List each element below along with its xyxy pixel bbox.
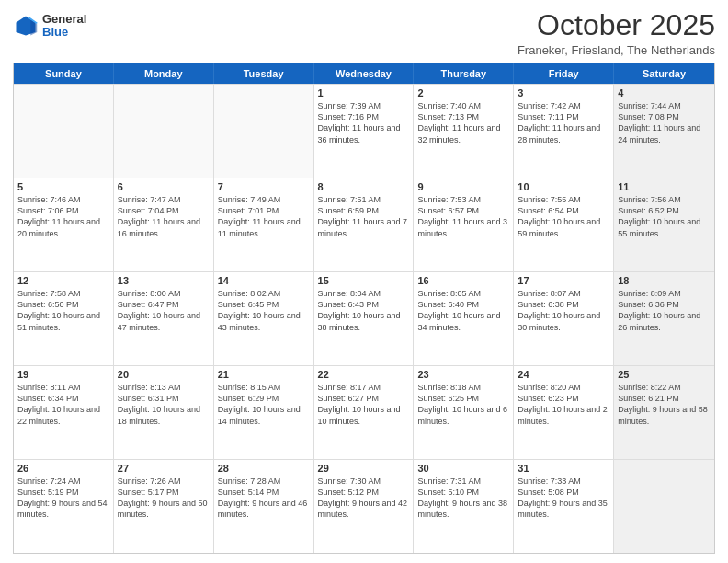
cell-info: Sunrise: 8:22 AM Sunset: 6:21 PM Dayligh… xyxy=(618,382,711,427)
cell-info: Sunrise: 8:11 AM Sunset: 6:34 PM Dayligh… xyxy=(17,382,109,427)
day-number: 7 xyxy=(218,181,310,192)
day-number: 19 xyxy=(17,369,109,380)
title-block: October 2025 Franeker, Friesland, The Ne… xyxy=(518,9,715,57)
calendar-cell-18: 18Sunrise: 8:09 AM Sunset: 6:36 PM Dayli… xyxy=(614,272,714,365)
calendar-cell-empty-4-6 xyxy=(614,460,714,553)
cell-info: Sunrise: 7:39 AM Sunset: 7:16 PM Dayligh… xyxy=(318,100,410,145)
calendar-cell-28: 28Sunrise: 7:28 AM Sunset: 5:14 PM Dayli… xyxy=(214,460,314,553)
header-day-monday: Monday xyxy=(114,63,214,84)
day-number: 8 xyxy=(318,181,410,192)
cell-info: Sunrise: 7:26 AM Sunset: 5:17 PM Dayligh… xyxy=(118,476,210,521)
calendar-cell-12: 12Sunrise: 7:58 AM Sunset: 6:50 PM Dayli… xyxy=(14,272,114,365)
cell-info: Sunrise: 7:30 AM Sunset: 5:12 PM Dayligh… xyxy=(318,476,410,521)
calendar-cell-16: 16Sunrise: 8:05 AM Sunset: 6:40 PM Dayli… xyxy=(414,272,514,365)
day-number: 22 xyxy=(318,369,410,380)
day-number: 20 xyxy=(118,369,210,380)
cell-info: Sunrise: 7:47 AM Sunset: 7:04 PM Dayligh… xyxy=(118,194,210,239)
day-number: 1 xyxy=(318,87,410,98)
calendar-row-0: 1Sunrise: 7:39 AM Sunset: 7:16 PM Daylig… xyxy=(14,84,714,178)
day-number: 15 xyxy=(318,275,410,286)
cell-info: Sunrise: 7:24 AM Sunset: 5:19 PM Dayligh… xyxy=(17,476,109,521)
cell-info: Sunrise: 7:44 AM Sunset: 7:08 PM Dayligh… xyxy=(618,100,711,145)
cell-info: Sunrise: 8:13 AM Sunset: 6:31 PM Dayligh… xyxy=(118,382,210,427)
header-day-thursday: Thursday xyxy=(414,63,514,84)
calendar-cell-8: 8Sunrise: 7:51 AM Sunset: 6:59 PM Daylig… xyxy=(314,178,415,271)
cell-info: Sunrise: 7:40 AM Sunset: 7:13 PM Dayligh… xyxy=(417,100,509,145)
cell-info: Sunrise: 8:05 AM Sunset: 6:40 PM Dayligh… xyxy=(417,288,509,333)
calendar-cell-9: 9Sunrise: 7:53 AM Sunset: 6:57 PM Daylig… xyxy=(414,178,514,271)
day-number: 17 xyxy=(518,275,609,286)
day-number: 13 xyxy=(118,275,210,286)
cell-info: Sunrise: 7:42 AM Sunset: 7:11 PM Dayligh… xyxy=(518,100,609,145)
calendar-cell-13: 13Sunrise: 8:00 AM Sunset: 6:47 PM Dayli… xyxy=(114,272,214,365)
calendar-cell-6: 6Sunrise: 7:47 AM Sunset: 7:04 PM Daylig… xyxy=(114,178,214,271)
calendar-row-1: 5Sunrise: 7:46 AM Sunset: 7:06 PM Daylig… xyxy=(14,178,714,271)
cell-info: Sunrise: 7:28 AM Sunset: 5:14 PM Dayligh… xyxy=(218,476,310,521)
cell-info: Sunrise: 8:20 AM Sunset: 6:23 PM Dayligh… xyxy=(518,382,609,427)
cell-info: Sunrise: 8:09 AM Sunset: 6:36 PM Dayligh… xyxy=(618,288,711,333)
calendar-cell-29: 29Sunrise: 7:30 AM Sunset: 5:12 PM Dayli… xyxy=(314,460,415,553)
day-number: 5 xyxy=(17,181,109,192)
day-number: 27 xyxy=(118,463,210,474)
cell-info: Sunrise: 8:02 AM Sunset: 6:45 PM Dayligh… xyxy=(218,288,310,333)
day-number: 14 xyxy=(218,275,310,286)
day-number: 25 xyxy=(618,369,711,380)
calendar-cell-30: 30Sunrise: 7:31 AM Sunset: 5:10 PM Dayli… xyxy=(414,460,514,553)
header-day-sunday: Sunday xyxy=(14,63,114,84)
cell-info: Sunrise: 8:17 AM Sunset: 6:27 PM Dayligh… xyxy=(318,382,410,427)
calendar-cell-25: 25Sunrise: 8:22 AM Sunset: 6:21 PM Dayli… xyxy=(614,366,714,459)
calendar-cell-21: 21Sunrise: 8:15 AM Sunset: 6:29 PM Dayli… xyxy=(214,366,314,459)
cell-info: Sunrise: 7:46 AM Sunset: 7:06 PM Dayligh… xyxy=(17,194,109,239)
day-number: 31 xyxy=(518,463,609,474)
calendar-cell-31: 31Sunrise: 7:33 AM Sunset: 5:08 PM Dayli… xyxy=(514,460,614,553)
calendar-body: 1Sunrise: 7:39 AM Sunset: 7:16 PM Daylig… xyxy=(14,84,714,553)
logo: General Blue xyxy=(13,13,86,40)
day-number: 12 xyxy=(17,275,109,286)
month-title: October 2025 xyxy=(518,9,715,41)
cell-info: Sunrise: 8:18 AM Sunset: 6:25 PM Dayligh… xyxy=(417,382,509,427)
calendar-cell-4: 4Sunrise: 7:44 AM Sunset: 7:08 PM Daylig… xyxy=(614,85,714,178)
calendar-cell-19: 19Sunrise: 8:11 AM Sunset: 6:34 PM Dayli… xyxy=(14,366,114,459)
calendar-cell-5: 5Sunrise: 7:46 AM Sunset: 7:06 PM Daylig… xyxy=(14,178,114,271)
logo-icon xyxy=(13,13,39,39)
calendar-cell-1: 1Sunrise: 7:39 AM Sunset: 7:16 PM Daylig… xyxy=(314,85,415,178)
day-number: 3 xyxy=(518,87,609,98)
cell-info: Sunrise: 7:58 AM Sunset: 6:50 PM Dayligh… xyxy=(17,288,109,333)
day-number: 29 xyxy=(318,463,410,474)
day-number: 28 xyxy=(218,463,310,474)
calendar-row-3: 19Sunrise: 8:11 AM Sunset: 6:34 PM Dayli… xyxy=(14,365,714,459)
calendar-cell-empty-0-1 xyxy=(114,85,214,178)
cell-info: Sunrise: 8:04 AM Sunset: 6:43 PM Dayligh… xyxy=(318,288,410,333)
calendar-cell-20: 20Sunrise: 8:13 AM Sunset: 6:31 PM Dayli… xyxy=(114,366,214,459)
calendar: SundayMondayTuesdayWednesdayThursdayFrid… xyxy=(13,63,715,554)
cell-info: Sunrise: 8:15 AM Sunset: 6:29 PM Dayligh… xyxy=(218,382,310,427)
calendar-cell-7: 7Sunrise: 7:49 AM Sunset: 7:01 PM Daylig… xyxy=(214,178,314,271)
header-day-wednesday: Wednesday xyxy=(314,63,415,84)
header-day-saturday: Saturday xyxy=(614,63,714,84)
day-number: 2 xyxy=(417,87,509,98)
calendar-cell-24: 24Sunrise: 8:20 AM Sunset: 6:23 PM Dayli… xyxy=(514,366,614,459)
calendar-cell-17: 17Sunrise: 8:07 AM Sunset: 6:38 PM Dayli… xyxy=(514,272,614,365)
day-number: 21 xyxy=(218,369,310,380)
logo-blue-text: Blue xyxy=(42,26,86,39)
calendar-cell-22: 22Sunrise: 8:17 AM Sunset: 6:27 PM Dayli… xyxy=(314,366,415,459)
calendar-cell-3: 3Sunrise: 7:42 AM Sunset: 7:11 PM Daylig… xyxy=(514,85,614,178)
cell-info: Sunrise: 8:07 AM Sunset: 6:38 PM Dayligh… xyxy=(518,288,609,333)
calendar-cell-11: 11Sunrise: 7:56 AM Sunset: 6:52 PM Dayli… xyxy=(614,178,714,271)
day-number: 16 xyxy=(417,275,509,286)
calendar-cell-27: 27Sunrise: 7:26 AM Sunset: 5:17 PM Dayli… xyxy=(114,460,214,553)
cell-info: Sunrise: 7:55 AM Sunset: 6:54 PM Dayligh… xyxy=(518,194,609,239)
calendar-cell-empty-0-0 xyxy=(14,85,114,178)
calendar-cell-26: 26Sunrise: 7:24 AM Sunset: 5:19 PM Dayli… xyxy=(14,460,114,553)
cell-info: Sunrise: 7:33 AM Sunset: 5:08 PM Dayligh… xyxy=(518,476,609,521)
cell-info: Sunrise: 7:49 AM Sunset: 7:01 PM Dayligh… xyxy=(218,194,310,239)
logo-text: General Blue xyxy=(42,13,86,40)
calendar-cell-15: 15Sunrise: 8:04 AM Sunset: 6:43 PM Dayli… xyxy=(314,272,415,365)
day-number: 6 xyxy=(118,181,210,192)
day-number: 30 xyxy=(417,463,509,474)
day-number: 9 xyxy=(417,181,509,192)
header-day-tuesday: Tuesday xyxy=(214,63,314,84)
day-number: 24 xyxy=(518,369,609,380)
day-number: 11 xyxy=(618,181,711,192)
calendar-cell-23: 23Sunrise: 8:18 AM Sunset: 6:25 PM Dayli… xyxy=(414,366,514,459)
